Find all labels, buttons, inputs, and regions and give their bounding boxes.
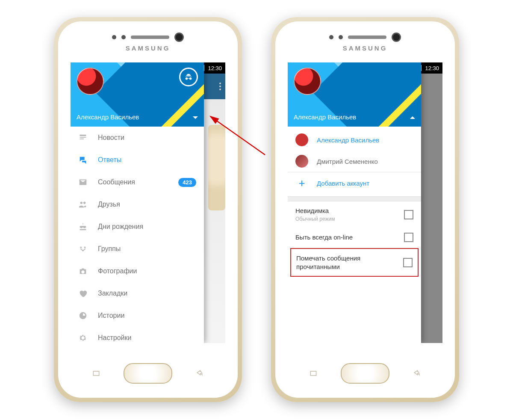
menu-label: Друзья <box>98 201 196 208</box>
menu-label: Сообщения <box>98 178 168 186</box>
drawer-user-name: Александр Васильев <box>77 113 139 121</box>
section-divider <box>288 196 421 201</box>
account-name: Дмитрий Семененко <box>317 158 378 165</box>
menu-label: Дни рождения <box>98 223 196 231</box>
drawer-header[interactable]: Александр Васильев <box>71 62 204 127</box>
menu-item-groups[interactable]: Группы <box>71 238 204 260</box>
navigation-drawer: Александр Васильев Александр Васильев Дм… <box>288 62 421 343</box>
recent-apps-button[interactable] <box>90 369 102 378</box>
overflow-menu-icon[interactable] <box>219 83 221 90</box>
setting-invisible[interactable]: Невидимка Обычный режим <box>288 201 421 228</box>
device-brand-label: SAMSUNG <box>343 44 388 52</box>
phone-mockup-left: SAMSUNG 12:30 <box>54 17 242 402</box>
drawer-menu: Новости Ответы Сообщения 423 <box>71 127 204 343</box>
svg-point-1 <box>84 247 86 248</box>
device-bottom-hardware <box>275 343 455 398</box>
checkbox[interactable] <box>403 258 413 267</box>
checkbox[interactable] <box>404 233 413 242</box>
svg-rect-5 <box>310 371 316 376</box>
plus-icon: + <box>295 177 308 189</box>
menu-item-replies[interactable]: Ответы <box>71 149 204 171</box>
messages-badge: 423 <box>178 178 196 187</box>
setting-label: Помечать сообщения прочитанными <box>296 254 360 270</box>
menu-label: Настройки <box>98 334 196 342</box>
stories-icon <box>78 311 88 320</box>
friends-icon <box>78 200 88 209</box>
photos-icon <box>78 266 88 276</box>
menu-label: Истории <box>98 312 196 319</box>
checkbox[interactable] <box>404 210 413 219</box>
menu-item-photos[interactable]: Фотографии <box>71 260 204 282</box>
accounts-list: Александр Васильев Дмитрий Семененко + Д… <box>288 127 421 196</box>
menu-item-friends[interactable]: Друзья <box>71 193 204 216</box>
menu-label: Закладки <box>98 290 196 297</box>
avatar-small <box>295 155 308 168</box>
menu-item-bookmarks[interactable]: Закладки <box>71 282 204 305</box>
device-top-hardware: SAMSUNG <box>275 21 455 62</box>
svg-point-0 <box>80 247 82 248</box>
setting-label: Невидимка <box>295 207 329 214</box>
menu-label: Новости <box>98 134 196 142</box>
messages-icon <box>78 177 88 187</box>
menu-item-messages[interactable]: Сообщения 423 <box>71 171 204 193</box>
device-screen: 12:30 Александр Васильев <box>288 62 442 343</box>
add-account-button[interactable]: + Добавить аккаунт <box>288 172 421 194</box>
highlight-box: Помечать сообщения прочитанными <box>290 248 419 277</box>
setting-always-online[interactable]: Быть всегда on-line <box>288 228 421 247</box>
phone-mockup-right: SAMSUNG 12:30 Ал <box>271 17 459 402</box>
setting-label: Быть всегда on-line <box>295 234 353 241</box>
back-button[interactable] <box>194 369 206 378</box>
menu-label: Группы <box>98 245 196 253</box>
device-screen: 12:30 <box>71 62 225 343</box>
avatar[interactable] <box>77 68 104 95</box>
replies-icon <box>78 155 88 165</box>
groups-icon <box>78 244 88 254</box>
home-button[interactable] <box>341 363 389 384</box>
account-item-primary[interactable]: Александр Васильев <box>288 129 421 151</box>
menu-item-birthdays[interactable]: Дни рождения <box>71 216 204 238</box>
menu-label: Ответы <box>98 156 196 164</box>
background-content <box>204 74 225 343</box>
recent-apps-button[interactable] <box>307 369 319 378</box>
account-item-secondary[interactable]: Дмитрий Семененко <box>288 151 421 172</box>
device-bottom-hardware <box>58 343 238 398</box>
bookmarks-icon <box>78 289 88 298</box>
status-time: 12:30 <box>208 65 222 71</box>
device-brand-label: SAMSUNG <box>126 44 171 52</box>
account-name: Александр Васильев <box>317 136 379 144</box>
menu-item-stories[interactable]: Истории <box>71 305 204 327</box>
birthdays-icon <box>78 222 88 231</box>
background-content <box>421 74 442 343</box>
settings-icon <box>78 333 88 343</box>
menu-item-settings[interactable]: Настройки <box>71 327 204 343</box>
add-account-label: Добавить аккаунт <box>317 180 369 187</box>
device-top-hardware: SAMSUNG <box>58 21 238 62</box>
menu-item-news[interactable]: Новости <box>71 127 204 149</box>
navigation-drawer: Александр Васильев Новости Ответы <box>71 62 204 343</box>
home-button[interactable] <box>124 363 172 384</box>
setting-sublabel: Обычный режим <box>295 216 399 223</box>
avatar-small <box>295 133 308 146</box>
svg-rect-3 <box>93 371 99 376</box>
news-icon <box>78 133 88 142</box>
incognito-icon[interactable] <box>179 68 198 86</box>
drawer-header[interactable]: Александр Васильев <box>288 62 421 127</box>
status-time: 12:30 <box>425 65 439 71</box>
menu-label: Фотографии <box>98 267 196 275</box>
drawer-user-name: Александр Васильев <box>294 113 356 121</box>
back-button[interactable] <box>411 369 423 378</box>
chevron-up-icon[interactable] <box>410 116 415 119</box>
avatar[interactable] <box>294 68 321 95</box>
chevron-down-icon[interactable] <box>193 116 198 119</box>
setting-mark-read[interactable]: Помечать сообщения прочитанными <box>291 249 418 276</box>
